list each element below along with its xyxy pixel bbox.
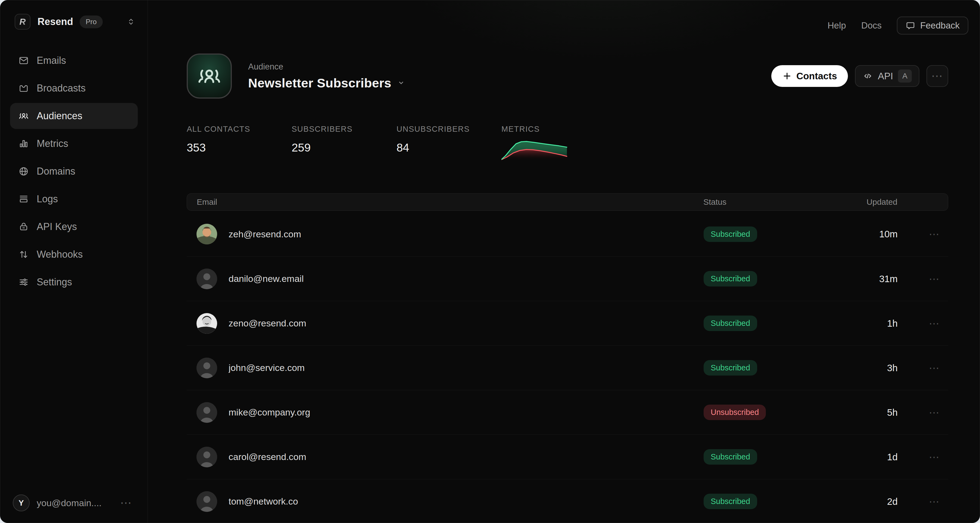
stat-unsubscribers: UNSUBSCRIBERS 84: [396, 125, 501, 160]
table-row[interactable]: carol@resend.com Subscribed 1d ⋯: [187, 434, 948, 479]
updated-time: 10m: [879, 229, 898, 239]
audience-icon: [187, 54, 232, 98]
arrows-up-down-icon: [18, 249, 29, 260]
column-email: Email: [187, 197, 703, 207]
contact-avatar: [196, 269, 217, 289]
stat-all-contacts: ALL CONTACTS 353: [187, 125, 292, 160]
table-row[interactable]: john@service.com Subscribed 3h ⋯: [187, 345, 948, 390]
row-more-icon[interactable]: ⋯: [929, 228, 940, 240]
updated-time: 31m: [879, 273, 898, 284]
row-more-icon[interactable]: ⋯: [929, 362, 940, 374]
workspace-switcher[interactable]: ResendR Resend Pro: [0, 0, 148, 30]
updated-time: 5h: [887, 407, 898, 418]
page-header: Audience Newsletter Subscribers Contacts…: [187, 54, 948, 98]
content-area: Audience Newsletter Subscribers Contacts…: [148, 54, 980, 523]
row-more-icon[interactable]: ⋯: [929, 318, 940, 329]
help-link[interactable]: Help: [827, 21, 846, 31]
contact-email: carol@resend.com: [229, 452, 306, 462]
stats-row: ALL CONTACTS 353 SUBSCRIBERS 259 UNSUBSC…: [187, 125, 948, 160]
account-menu[interactable]: Y you@domain.... ⋯: [0, 494, 148, 523]
add-contacts-button[interactable]: Contacts: [771, 65, 848, 87]
status-badge: Subscribed: [703, 494, 757, 509]
metrics-sparkline-chart: [501, 138, 567, 160]
contact-email: zeno@resend.com: [229, 318, 306, 328]
status-badge: Subscribed: [703, 449, 757, 464]
account-more-icon[interactable]: ⋯: [120, 497, 132, 509]
table-row[interactable]: zeh@resend.com Subscribed 10m ⋯: [187, 212, 948, 256]
avatar: Y: [13, 494, 30, 511]
breadcrumb: Audience: [248, 62, 406, 72]
sidebar-item-audiences[interactable]: Audiences: [10, 103, 138, 129]
sidebar-item-label: Broadcasts: [37, 82, 86, 94]
keyboard-shortcut-badge: A: [898, 70, 912, 82]
topbar: Help Docs Feedback: [148, 0, 980, 36]
workspace-name: Resend: [38, 16, 73, 27]
contact-email: tom@network.co: [229, 496, 298, 507]
sidebar-item-metrics[interactable]: Metrics: [10, 131, 138, 157]
table-row[interactable]: danilo@new.email Subscribed 31m ⋯: [187, 256, 948, 301]
more-icon: ⋯: [931, 70, 943, 82]
row-more-icon[interactable]: ⋯: [929, 407, 940, 418]
sidebar-item-domains[interactable]: Domains: [10, 158, 138, 184]
contact-email: zeh@resend.com: [229, 229, 301, 239]
sidebar-item-emails[interactable]: Emails: [10, 48, 138, 74]
plus-icon: [782, 71, 792, 81]
account-email: you@domain....: [37, 498, 102, 508]
feedback-button[interactable]: Feedback: [897, 17, 968, 35]
sidebar-item-label: Webhooks: [37, 249, 83, 260]
sidebar-item-settings[interactable]: Settings: [10, 269, 138, 295]
feedback-bubble-icon: [905, 21, 915, 30]
resend-logo: ResendR: [15, 14, 30, 30]
contacts-table: Email Status Updated zeh@resend.com Subs…: [187, 193, 948, 523]
updated-time: 1h: [887, 318, 898, 328]
contact-avatar: [196, 313, 217, 334]
sidebar-item-logs[interactable]: Logs: [10, 186, 138, 212]
sidebar-item-label: Emails: [37, 55, 66, 66]
header-actions: Contacts API A ⋯: [771, 65, 948, 87]
sidebar-item-label: API Keys: [37, 221, 77, 233]
globe-icon: [18, 166, 29, 177]
contact-avatar: [196, 358, 217, 378]
sidebar-item-label: Audiences: [37, 110, 82, 122]
docs-link[interactable]: Docs: [861, 21, 881, 31]
sidebar-nav: Emails Broadcasts Audiences Metrics Doma…: [0, 48, 148, 297]
sidebar-item-webhooks[interactable]: Webhooks: [10, 241, 138, 268]
sidebar-item-label: Domains: [37, 166, 75, 177]
status-badge: Subscribed: [703, 227, 757, 242]
column-status: Status: [703, 197, 845, 207]
row-more-icon[interactable]: ⋯: [929, 273, 940, 285]
updated-time: 2d: [887, 496, 898, 507]
lock-icon: [18, 221, 29, 232]
row-more-icon[interactable]: ⋯: [929, 496, 940, 507]
sidebar-item-api-keys[interactable]: API Keys: [10, 214, 138, 240]
stat-metrics: METRICS: [501, 125, 567, 160]
status-badge: Subscribed: [703, 315, 757, 331]
chevron-up-down-icon[interactable]: [126, 17, 135, 26]
contact-email: danilo@new.email: [229, 273, 304, 284]
row-more-icon[interactable]: ⋯: [929, 451, 940, 463]
sidebar-item-broadcasts[interactable]: Broadcasts: [10, 75, 138, 101]
app-window: ResendR Resend Pro Emails Broadcasts Aud…: [0, 0, 980, 523]
updated-time: 3h: [887, 363, 898, 373]
plan-badge: Pro: [80, 16, 102, 28]
contact-avatar: [196, 224, 217, 244]
contact-email: john@service.com: [229, 363, 305, 373]
code-icon: [862, 71, 873, 81]
sidebar: ResendR Resend Pro Emails Broadcasts Aud…: [0, 0, 148, 523]
table-row[interactable]: zeno@resend.com Subscribed 1h ⋯: [187, 301, 948, 345]
table-body: zeh@resend.com Subscribed 10m ⋯ danilo@n…: [187, 212, 948, 523]
chevron-down-icon: [397, 78, 406, 87]
api-button[interactable]: API A: [855, 65, 920, 87]
more-button[interactable]: ⋯: [926, 65, 948, 87]
sliders-icon: [18, 277, 29, 288]
page-title-block: Audience Newsletter Subscribers: [248, 62, 406, 90]
audience-selector[interactable]: Newsletter Subscribers: [248, 76, 406, 90]
list-icon: [18, 193, 29, 204]
page-title: Newsletter Subscribers: [248, 76, 391, 90]
table-row[interactable]: tom@network.co Subscribed 2d ⋯: [187, 479, 948, 523]
status-badge: Subscribed: [703, 360, 757, 376]
contact-avatar: [196, 402, 217, 423]
contact-avatar: [196, 447, 217, 468]
table-row[interactable]: mike@company.org Unsubscribed 5h ⋯: [187, 390, 948, 434]
sidebar-item-label: Settings: [37, 276, 72, 288]
